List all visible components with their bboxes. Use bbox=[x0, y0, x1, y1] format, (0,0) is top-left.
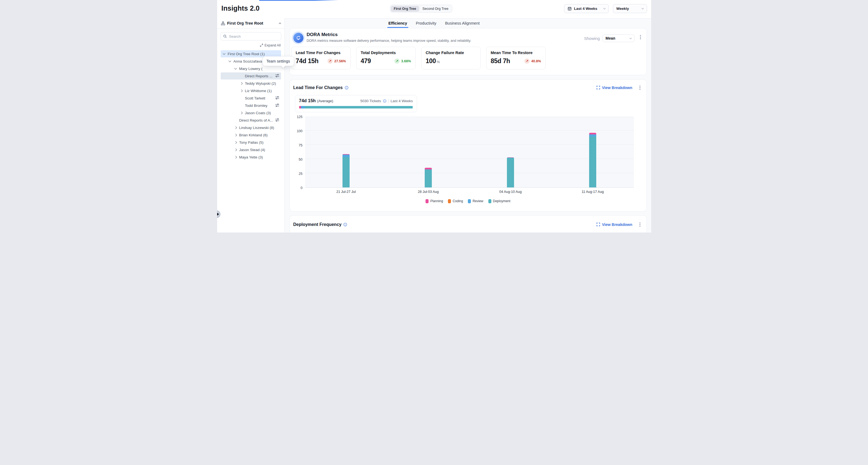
chevron-right-icon[interactable] bbox=[240, 89, 243, 92]
tree-row[interactable]: Brian Kirkland (6) bbox=[221, 131, 281, 138]
org-toggle-option[interactable]: First Org Tree bbox=[391, 6, 419, 12]
tree-row[interactable]: Tony Pallas (5) bbox=[221, 139, 281, 146]
legend-label: Deployment bbox=[493, 199, 510, 203]
stacked-bar[interactable] bbox=[342, 154, 350, 187]
tooltip-text: Team settings bbox=[267, 59, 290, 63]
stacked-bar[interactable] bbox=[507, 157, 514, 187]
search-input[interactable] bbox=[220, 32, 281, 40]
top-header: Insights 2.0 First Org TreeSecond Org Tr… bbox=[217, 0, 651, 18]
granularity-value: Weekly bbox=[616, 6, 629, 11]
legend-item-deployment[interactable]: Deployment bbox=[488, 199, 510, 203]
tree-row[interactable]: Teddy Wylupski (2) bbox=[221, 80, 281, 87]
average-label: (Average) bbox=[317, 99, 333, 103]
stacked-bar[interactable] bbox=[589, 133, 596, 187]
tree-row[interactable]: Jason Coats (3) bbox=[221, 109, 281, 116]
y-tick-label: 100 bbox=[297, 129, 303, 133]
legend-item-review[interactable]: Review bbox=[468, 199, 483, 203]
tab-efficiency[interactable]: Efficiency bbox=[388, 19, 408, 27]
tree-row[interactable]: Mary Lowery ( bbox=[221, 65, 281, 72]
gridline bbox=[305, 145, 634, 145]
team-settings-icon[interactable] bbox=[275, 103, 279, 108]
legend-label: Review bbox=[472, 199, 483, 203]
metric-title: Change Failure Rate bbox=[426, 51, 476, 55]
tree-row[interactable]: Lindsay Liszewski (8) bbox=[221, 124, 281, 131]
y-tick-label: 50 bbox=[299, 158, 303, 161]
tree-row[interactable]: Todd Bromley bbox=[221, 102, 281, 109]
chevron-right-icon[interactable] bbox=[234, 126, 237, 129]
chevron-right-icon[interactable] bbox=[240, 82, 243, 85]
info-icon[interactable] bbox=[383, 99, 386, 103]
page-title: Insights 2.0 bbox=[221, 4, 260, 12]
average-summary-card: 74d 15h (Average) 5030 Tickets Last 4 We… bbox=[295, 95, 417, 112]
bar-segment-deployment bbox=[342, 157, 350, 187]
chevron-down-icon[interactable] bbox=[228, 60, 231, 62]
stacked-bar[interactable] bbox=[425, 168, 432, 187]
legend-swatch bbox=[426, 199, 429, 203]
info-icon[interactable] bbox=[343, 223, 347, 226]
trend-up-icon: ↗ bbox=[328, 59, 333, 64]
org-toggle-option[interactable]: Second Org Tree bbox=[419, 6, 451, 12]
view-breakdown-button[interactable]: View Breakdown bbox=[596, 222, 632, 227]
granularity-dropdown[interactable]: Weekly bbox=[613, 4, 647, 13]
chevron-right-icon[interactable] bbox=[234, 156, 237, 158]
dora-menu-button[interactable] bbox=[638, 34, 643, 41]
deployment-menu-button[interactable] bbox=[638, 221, 642, 228]
dora-cycle-icon bbox=[293, 33, 304, 43]
dora-title: DORA Metrics bbox=[307, 32, 471, 37]
chevron-right-icon[interactable] bbox=[234, 133, 237, 136]
tree-row[interactable]: Direct Reports of A... bbox=[221, 117, 281, 124]
tree-node-label: First Org Tree Root (1) bbox=[228, 52, 265, 56]
trend-up-icon: ↗ bbox=[394, 59, 400, 64]
chevron-right-icon[interactable] bbox=[234, 141, 237, 144]
legend-item-coding[interactable]: Coding bbox=[448, 199, 463, 203]
lead-time-menu-button[interactable] bbox=[638, 84, 642, 91]
team-settings-icon[interactable] bbox=[275, 96, 279, 101]
app-window: Insights 2.0 First Org TreeSecond Org Tr… bbox=[217, 0, 651, 232]
delta-badge: ↗3.68% bbox=[394, 59, 411, 64]
tree-row[interactable]: Liz Whittome (1) bbox=[221, 87, 281, 94]
expand-all-button[interactable]: Expand All bbox=[260, 43, 280, 47]
tab-business-alignment[interactable]: Business Alignment bbox=[444, 19, 480, 27]
info-icon[interactable] bbox=[345, 86, 348, 90]
metric-cards-row: Lead Time For Changes74d 15h↗27.56%Total… bbox=[290, 43, 647, 69]
legend-swatch bbox=[448, 199, 451, 203]
gridline bbox=[305, 173, 634, 173]
org-tree-toggle[interactable]: First Org TreeSecond Org Tree bbox=[390, 5, 452, 12]
tree-node-label: Tony Pallas (5) bbox=[239, 141, 264, 145]
calendar-icon bbox=[567, 6, 572, 11]
view-breakdown-button[interactable]: View Breakdown bbox=[596, 86, 632, 90]
gridline bbox=[305, 159, 634, 159]
tree-row[interactable]: Direct Reports ... bbox=[221, 72, 281, 80]
expand-corners-icon bbox=[596, 86, 600, 89]
average-value: 74d 15h bbox=[299, 98, 316, 103]
period-label: Last 4 Weeks bbox=[391, 99, 413, 103]
team-settings-icon[interactable] bbox=[275, 118, 279, 123]
tree-node-label: Anna Scozzafava bbox=[234, 59, 262, 63]
legend-swatch bbox=[468, 199, 471, 203]
phase-progress-bar bbox=[299, 106, 413, 108]
chevron-right-icon[interactable] bbox=[234, 148, 237, 151]
legend-swatch bbox=[488, 199, 491, 203]
date-range-value: Last 4 Weeks bbox=[574, 6, 597, 11]
tree-node-label: Brian Kirkland (6) bbox=[239, 133, 268, 137]
chevron-down-icon[interactable] bbox=[234, 67, 237, 70]
tab-productivity[interactable]: Productivity bbox=[415, 19, 437, 27]
tree-row[interactable]: Scott Tarkett bbox=[221, 95, 281, 102]
tree-row[interactable]: Jason Stead (4) bbox=[221, 146, 281, 153]
date-range-dropdown[interactable]: Last 4 Weeks bbox=[564, 4, 609, 13]
chevron-right-icon[interactable] bbox=[240, 112, 243, 114]
y-axis: 0255075100125 bbox=[293, 117, 305, 188]
aggregation-dropdown[interactable]: Mean bbox=[602, 34, 634, 42]
chart-legend: PlanningCodingReviewDeployment bbox=[290, 199, 647, 203]
legend-item-planning[interactable]: Planning bbox=[426, 199, 443, 203]
search-icon bbox=[223, 34, 227, 38]
tree-node-label: Scott Tarkett bbox=[245, 96, 266, 100]
x-tick-label: 11 Aug-17 Aug bbox=[582, 190, 603, 194]
chevron-down-icon[interactable] bbox=[223, 52, 225, 55]
team-settings-tooltip: Team settings bbox=[263, 57, 294, 66]
tree-row[interactable]: Maya Yette (3) bbox=[221, 154, 281, 161]
team-settings-icon[interactable] bbox=[275, 73, 279, 79]
lead-time-title: Lead Time For Changes bbox=[293, 85, 348, 90]
aggregation-value: Mean bbox=[606, 36, 628, 40]
tree-node-label: Jason Coats (3) bbox=[245, 111, 271, 115]
